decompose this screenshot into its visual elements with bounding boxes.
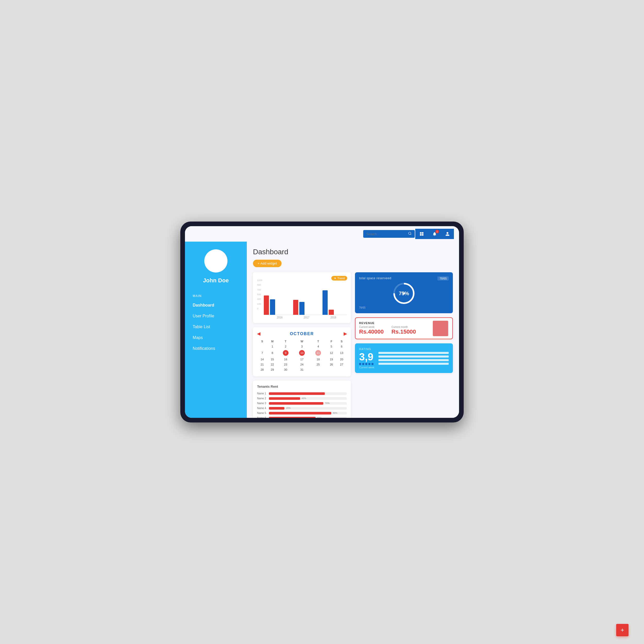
sidebar-item-table-list[interactable]: Table List xyxy=(185,321,247,332)
nav-section-label: MAIN xyxy=(185,294,202,298)
calendar-table: S M T W T F S xyxy=(257,339,347,372)
bar-group-2018 xyxy=(323,290,347,315)
dashboard-grid: ▼ Trend 0 100 300 500 xyxy=(253,272,453,418)
grid-icon-btn[interactable] xyxy=(415,229,428,239)
cal-header-w: W xyxy=(294,339,310,344)
bar-2017-blue xyxy=(299,302,304,315)
cal-header-f: F xyxy=(326,339,337,344)
notifications-icon-btn[interactable]: 1 xyxy=(428,229,441,239)
cal-week-5: 28 29 30 31 xyxy=(257,367,347,372)
rating-bar-2 xyxy=(378,355,449,358)
calendar-header: ◀ OCTOBER ▶ xyxy=(257,331,347,336)
search-input[interactable] xyxy=(366,232,406,236)
bar-2017-red xyxy=(293,300,298,315)
notif-badge: 1 xyxy=(435,230,439,233)
rating-bar-3 xyxy=(378,359,449,361)
year-label-2017: 2017 xyxy=(293,316,320,319)
cal-week-2: 7 8 9 10 11 12 13 xyxy=(257,349,347,357)
topbar: 1 xyxy=(185,226,459,242)
rating-title: RATING xyxy=(359,348,374,351)
rating-number: 3,9 xyxy=(359,352,374,362)
add-widget-button[interactable]: + Add widget xyxy=(253,260,282,267)
year-label-2018: 2018 xyxy=(320,316,347,319)
cal-header-s2: S xyxy=(336,339,347,344)
right-column: total space reserveed 78/65 xyxy=(355,272,453,376)
donut-container: 75% xyxy=(359,281,449,306)
cal-highlight-11[interactable]: 11 xyxy=(315,350,321,356)
cal-today[interactable]: 9 xyxy=(283,350,289,356)
cal-week-4: 21 22 23 24 25 26 27 xyxy=(257,362,347,367)
screen: 1 John Doe MAIN Dashboard User Profile T… xyxy=(185,226,459,418)
rating-card: RATING 3,9 Current we xyxy=(355,343,453,373)
bar-row-name5: Name 5 80% xyxy=(257,412,347,414)
sidebar: John Doe MAIN Dashboard User Profile Tab… xyxy=(185,242,247,418)
bar-2016-red xyxy=(264,295,269,315)
cal-header-t2: T xyxy=(310,339,326,344)
bar-row-name6: Name 6 60% xyxy=(257,417,347,418)
year-label-2016: 2016 xyxy=(266,316,293,319)
revenue-card: REVENUE Current week Rs.40000 Current mo… xyxy=(355,317,453,339)
cal-next-btn[interactable]: ▶ xyxy=(344,331,347,336)
page-title: Dashboard xyxy=(253,248,453,256)
search-bar[interactable] xyxy=(363,230,415,238)
cal-week-3: 14 15 16 17 18 19 20 xyxy=(257,357,347,362)
bar-2016-blue xyxy=(270,299,275,315)
revenue-week-col: Current week Rs.40000 xyxy=(359,326,384,335)
rating-bar-4 xyxy=(378,363,449,365)
calendar-month: OCTOBER xyxy=(290,332,314,336)
user-icon-btn[interactable] xyxy=(441,229,454,239)
bar-row-name4: Name 4 20% xyxy=(257,407,347,410)
cal-header-t1: T xyxy=(277,339,294,344)
rating-left: RATING 3,9 Current we xyxy=(359,348,374,369)
bar-row-name3: Name 3 70% xyxy=(257,402,347,405)
tenants-card: Tenants Rent Name 1 Name 2 xyxy=(253,380,351,418)
topbar-icons: 1 xyxy=(415,229,454,239)
sidebar-item-maps[interactable]: Maps xyxy=(185,332,247,343)
cal-prev-btn[interactable]: ◀ xyxy=(257,331,260,336)
user-name: John Doe xyxy=(203,277,229,284)
bar-2018-blue xyxy=(323,290,328,315)
rating-dots xyxy=(359,363,374,365)
bar-group-2017 xyxy=(293,300,317,315)
main-layout: John Doe MAIN Dashboard User Profile Tab… xyxy=(185,242,459,418)
revenue-month-col: Current month Rs.15000 xyxy=(391,326,416,335)
cal-today-10[interactable]: 10 xyxy=(299,350,305,356)
tenants-title: Tenants Rent xyxy=(257,385,347,388)
sidebar-item-dashboard[interactable]: Dashboard xyxy=(185,300,247,311)
space-badge: 78/65 xyxy=(437,276,449,281)
space-card-widget: total space reserveed 78/65 xyxy=(355,272,453,313)
revenue-month-value: Rs.15000 xyxy=(391,328,416,335)
search-icon xyxy=(408,232,412,236)
donut-label: 75% xyxy=(399,291,409,296)
sidebar-item-user-profile[interactable]: User Profile xyxy=(185,311,247,321)
cal-header-s1: S xyxy=(257,339,267,344)
bar-chart-card: ▼ Trend 0 100 300 500 xyxy=(253,272,351,323)
cal-header-m: M xyxy=(267,339,278,344)
space-title: total space reserveed xyxy=(359,276,391,280)
revenue-week-value: Rs.40000 xyxy=(359,328,384,335)
content-wrapper: Dashboard + Add widget ▼ Trend xyxy=(253,248,453,418)
space-bottom: 78/65 xyxy=(359,306,449,309)
cal-week-1: 1 2 3 4 5 6 xyxy=(257,344,347,349)
rating-bars xyxy=(378,352,449,365)
sidebar-item-notifications[interactable]: Notifications xyxy=(185,343,247,354)
device-frame: 1 John Doe MAIN Dashboard User Profile T… xyxy=(180,222,464,422)
bar-2018-red xyxy=(329,310,334,315)
revenue-box xyxy=(433,321,448,336)
bar-chart: 0 100 300 500 700 900 1100 xyxy=(257,279,347,319)
rating-bar-1 xyxy=(378,352,449,354)
avatar xyxy=(204,249,227,273)
rating-period: Current week xyxy=(359,366,374,369)
content-area: Dashboard + Add widget ▼ Trend xyxy=(247,242,459,418)
bar-group-2016 xyxy=(264,295,288,315)
bar-row-name2: Name 2 40% xyxy=(257,397,347,400)
calendar-card: ◀ OCTOBER ▶ S M T W xyxy=(253,327,351,376)
bar-row-name1: Name 1 xyxy=(257,392,347,395)
